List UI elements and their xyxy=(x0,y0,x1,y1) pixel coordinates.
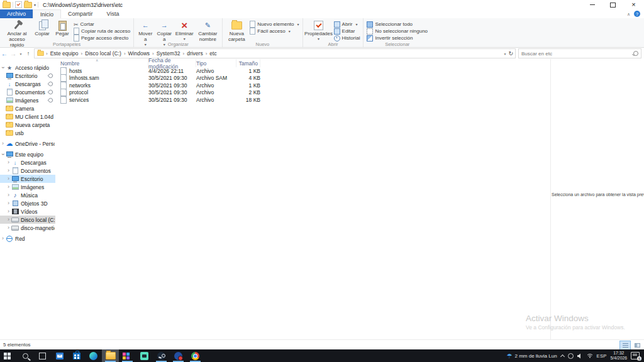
easy-access-button[interactable]: Fácil acceso xyxy=(248,28,300,35)
properties-quick-icon[interactable] xyxy=(15,1,22,8)
sidebar-item-objetos-3d[interactable]: Objetos 3D xyxy=(0,199,55,207)
open-button[interactable]: Abrir xyxy=(333,21,362,28)
chevron-icon[interactable] xyxy=(0,151,6,157)
cut-button[interactable]: Cortar xyxy=(72,21,131,28)
copy-path-button[interactable]: Copiar ruta de acceso xyxy=(72,28,131,35)
minimize-button[interactable] xyxy=(582,0,602,9)
chevron-icon[interactable] xyxy=(0,141,6,146)
chevron-icon[interactable] xyxy=(0,65,6,70)
copy-button[interactable]: Copiar xyxy=(32,19,52,38)
column-header-name[interactable]: Nombre xyxy=(55,59,148,67)
action-center-icon[interactable]: 5 xyxy=(631,352,640,359)
clock[interactable]: 17:32 5/4/2026 xyxy=(611,351,627,361)
sidebar-item-mu-client[interactable]: MU Client 1.04d - S xyxy=(0,112,55,121)
new-item-button[interactable]: Nuevo elemento xyxy=(248,21,300,28)
column-header-date[interactable]: Fecha de modificación xyxy=(148,59,196,67)
collapse-ribbon-icon[interactable] xyxy=(627,11,630,17)
volume-icon[interactable] xyxy=(577,353,583,359)
taskbar-search-button[interactable] xyxy=(17,349,34,362)
tab-compartir[interactable]: Compartir xyxy=(61,9,100,18)
sidebar-item-red[interactable]: Red xyxy=(0,234,55,243)
rename-button[interactable]: Cambiar nombre xyxy=(195,19,220,43)
network-icon[interactable] xyxy=(587,353,593,358)
refresh-icon[interactable] xyxy=(508,50,513,57)
search-input[interactable] xyxy=(521,51,633,57)
tab-inicio[interactable]: Inicio xyxy=(33,9,61,18)
task-view-button[interactable] xyxy=(34,349,51,362)
breadcrumb-etc[interactable]: etc xyxy=(208,50,218,57)
close-button[interactable] xyxy=(623,0,644,9)
recent-locations-icon[interactable] xyxy=(18,52,24,56)
chevron-icon[interactable] xyxy=(0,236,6,241)
breadcrumb-drivers[interactable]: drivers xyxy=(186,50,204,57)
taskbar-chrome-button[interactable] xyxy=(187,349,204,362)
sidebar-item-descargas[interactable]: Descargas xyxy=(0,158,55,167)
chevron-icon[interactable] xyxy=(6,217,11,222)
sidebar-item-escritorio-pinned[interactable]: Escritorio xyxy=(0,72,55,80)
chevron-icon[interactable] xyxy=(6,176,11,182)
sidebar-item-disco-local-c[interactable]: Disco local (C:) xyxy=(0,216,55,224)
sidebar-item-disco-magnetico-z[interactable]: disco-magnetico-Z xyxy=(0,224,55,232)
properties-button[interactable]: Propiedades xyxy=(305,19,333,41)
thumbnails-view-button[interactable] xyxy=(631,341,643,350)
start-button[interactable] xyxy=(0,349,17,362)
tab-vista[interactable]: Vista xyxy=(100,9,126,18)
new-folder-quick-icon[interactable] xyxy=(24,2,32,8)
sidebar-item-usb[interactable]: usb xyxy=(0,129,55,137)
chevron-down-icon[interactable] xyxy=(34,3,36,7)
column-header-size[interactable]: Tamaño xyxy=(236,59,260,67)
sidebar-item-este-equipo[interactable]: Este equipo xyxy=(0,150,55,158)
paste-button[interactable]: Pegar xyxy=(52,19,72,38)
taskbar-recorder-button[interactable] xyxy=(136,349,153,362)
sidebar-item-camera[interactable]: Camera xyxy=(0,104,55,112)
chevron-icon[interactable] xyxy=(6,160,11,165)
chevron-icon[interactable] xyxy=(6,225,11,231)
restore-button[interactable] xyxy=(602,0,623,9)
sidebar-item-videos[interactable]: Vídeos xyxy=(0,207,55,216)
column-header-type[interactable]: Tipo xyxy=(196,59,236,67)
file-row-networks[interactable]: networks 30/5/2021 09:30 Archivo 1 KB xyxy=(55,82,550,89)
edit-button[interactable]: Editar xyxy=(333,28,362,35)
new-folder-button[interactable]: Nueva carpeta xyxy=(225,19,248,43)
taskbar-photos-button[interactable] xyxy=(119,349,136,362)
taskbar-mail-button[interactable] xyxy=(51,349,68,362)
tab-archivo[interactable]: Archivo xyxy=(0,9,33,18)
taskbar-file-explorer-button[interactable] xyxy=(102,349,119,362)
help-icon[interactable]: ? xyxy=(634,11,640,17)
search-box[interactable] xyxy=(518,48,641,58)
sidebar-item-acceso-rapido[interactable]: Acceso rápido xyxy=(0,63,55,72)
up-button[interactable]: ↑ xyxy=(24,50,33,57)
address-dropdown-icon[interactable] xyxy=(504,50,506,57)
tray-expand-icon[interactable] xyxy=(560,354,565,358)
breadcrumb[interactable]: Este equipo Disco local (C:) Windows Sys… xyxy=(34,48,516,58)
forward-button[interactable]: → xyxy=(9,50,18,57)
language-indicator[interactable]: ESP xyxy=(597,353,607,359)
sidebar-item-descargas-pinned[interactable]: Descargas xyxy=(0,80,55,88)
paste-shortcut-button[interactable]: Pegar acceso directo xyxy=(72,35,131,41)
taskbar-steam-button[interactable] xyxy=(153,349,170,362)
history-button[interactable]: Historial xyxy=(333,35,362,41)
breadcrumb-system32[interactable]: System32 xyxy=(155,50,182,57)
sidebar-item-onedrive[interactable]: OneDrive - Personal xyxy=(0,140,55,148)
sidebar-item-nueva-carpeta[interactable]: Nueva carpeta xyxy=(0,121,55,129)
delete-button[interactable]: Eliminar xyxy=(174,19,195,41)
chevron-icon[interactable] xyxy=(6,184,11,190)
weather-widget[interactable]: ☂ 2 mm de lluvia Lun xyxy=(506,353,557,359)
file-row-services[interactable]: services 30/5/2021 09:30 Archivo 18 KB xyxy=(55,96,550,104)
breadcrumb-disco-local[interactable]: Disco local (C:) xyxy=(84,50,123,57)
breadcrumb-windows[interactable]: Windows xyxy=(127,50,151,57)
sidebar-item-imagenes-pinned[interactable]: Imágenes xyxy=(0,96,55,104)
select-all-button[interactable]: Seleccionar todo xyxy=(365,21,429,28)
breadcrumb-este-equipo[interactable]: Este equipo xyxy=(49,50,80,57)
sidebar-item-escritorio[interactable]: Escritorio xyxy=(0,175,55,183)
file-row-protocol[interactable]: protocol 30/5/2021 09:30 Archivo 2 KB xyxy=(55,89,550,97)
taskbar-game-button[interactable] xyxy=(170,349,187,362)
tray-app-icon[interactable] xyxy=(568,353,574,359)
invert-selection-button[interactable]: Invertir selección xyxy=(365,35,429,41)
sidebar-item-documentos-pinned[interactable]: Documentos xyxy=(0,88,55,96)
chevron-icon[interactable] xyxy=(6,192,11,198)
chevron-icon[interactable] xyxy=(6,200,11,206)
file-row-hosts[interactable]: hosts 4/4/2026 22:11 Archivo 1 KB xyxy=(55,67,550,75)
select-none-button[interactable]: No seleccionar ninguno xyxy=(365,28,429,35)
file-row-lmhosts[interactable]: lmhosts.sam 30/5/2021 09:30 Archivo SAM … xyxy=(55,75,550,82)
